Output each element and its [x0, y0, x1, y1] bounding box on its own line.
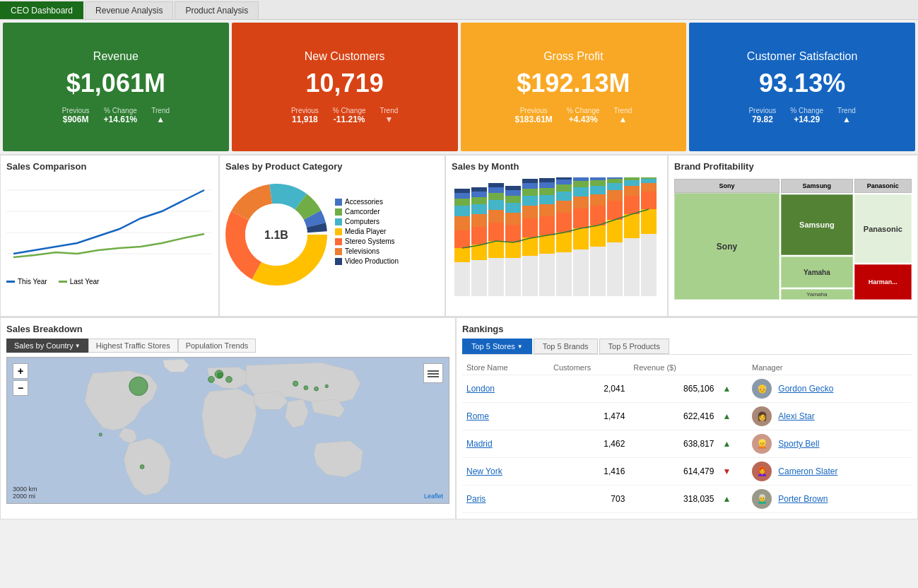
manager-avatar: 👨‍🦳: [752, 489, 772, 509]
manager-link[interactable]: Cameron Slater: [778, 466, 837, 476]
map-zoom-in-button[interactable]: +: [13, 363, 28, 379]
store-name-cell: Rome: [462, 403, 549, 430]
customers-cell: 1,462: [549, 430, 629, 458]
store-name-cell: Madrid: [462, 430, 549, 458]
kpi-row: Revenue $1,061M Previous $906M % Change …: [0, 20, 918, 154]
svg-rect-45: [522, 237, 538, 256]
kpi-gross-profit-title: Gross Profit: [543, 50, 603, 63]
svg-rect-37: [505, 242, 521, 258]
svg-rect-20: [454, 262, 470, 296]
svg-rect-100: [641, 177, 657, 179]
svg-rect-26: [471, 192, 487, 197]
legend-media-player: Media Player: [335, 228, 399, 235]
svg-rect-114: [428, 373, 439, 375]
manager-avatar: 👩‍🦰: [752, 461, 772, 481]
kpi-gross-profit-change: % Change +4.43%: [567, 107, 600, 124]
manager-link[interactable]: Alexi Star: [778, 411, 814, 421]
svg-rect-62: [556, 213, 572, 233]
svg-rect-74: [573, 177, 589, 181]
kpi-customers: New Customers 10,719 Previous 11,918 % C…: [232, 23, 458, 151]
kpi-satisfaction-previous: Previous 79.82: [748, 107, 776, 124]
manager-link[interactable]: Porter Brown: [778, 494, 828, 504]
svg-rect-25: [471, 197, 487, 204]
svg-rect-68: [556, 252, 572, 296]
svg-rect-41: [505, 196, 521, 203]
manager-avatar: 👴: [752, 379, 772, 399]
treemap-samsung-cell: Samsung: [781, 194, 853, 255]
map-scale: 3000 km 2000 mi: [13, 486, 37, 500]
svg-rect-98: [641, 183, 657, 192]
tab-top-products[interactable]: Top 5 Products: [599, 339, 669, 354]
treemap-samsung-header: Samsung: [781, 179, 853, 193]
sales-comparison-title: Sales Comparison: [6, 161, 213, 172]
brand-profitability-panel: Brand Profitability Sony Sony Samsung Sa…: [668, 155, 918, 317]
tab-population-trends[interactable]: Population Trends: [178, 339, 257, 353]
legend-televisions: Televisions: [335, 247, 399, 255]
svg-rect-81: [590, 177, 606, 180]
svg-rect-27: [471, 187, 487, 192]
rankings-tabs: Top 5 Stores ▼ Top 5 Brands Top 5 Produc…: [462, 339, 912, 355]
svg-rect-80: [590, 180, 606, 186]
store-link[interactable]: New York: [466, 466, 502, 476]
svg-rect-113: [428, 370, 439, 372]
breakdown-tabs: Sales by Country ▼ Highest Traffic Store…: [6, 339, 449, 353]
tab-product-analysis[interactable]: Product Analysis: [175, 1, 259, 19]
svg-rect-76: [590, 225, 606, 247]
manager-cell: 👩 Alexi Star: [748, 403, 912, 430]
store-link[interactable]: London: [466, 384, 495, 394]
store-link[interactable]: Paris: [466, 494, 486, 504]
svg-point-111: [140, 465, 144, 469]
tab-revenue-analysis[interactable]: Revenue Analysis: [85, 1, 173, 19]
map-zoom-out-button[interactable]: −: [13, 380, 28, 396]
kpi-gross-profit-value: $192.13M: [517, 69, 630, 98]
svg-rect-88: [607, 177, 623, 179]
manager-link[interactable]: Gordon Gecko: [778, 384, 833, 394]
world-map-svg: [7, 358, 449, 503]
treemap-yamaha-cell: Yamaha: [781, 257, 853, 288]
svg-rect-66: [556, 180, 572, 184]
kpi-revenue: Revenue $1,061M Previous $906M % Change …: [3, 23, 229, 151]
svg-rect-18: [454, 193, 470, 199]
svg-point-103: [226, 376, 233, 382]
kpi-customers-footer: Previous 11,918 % Change -11.21% Trend ▼: [291, 107, 398, 124]
kpi-gross-profit-trend: Trend ▲: [614, 107, 632, 124]
svg-rect-79: [590, 186, 606, 194]
last-year-dot: [59, 281, 67, 283]
map-layer-button[interactable]: [423, 363, 443, 383]
tab-highest-traffic[interactable]: Highest Traffic Stores: [88, 339, 178, 353]
map-attribution[interactable]: Leaflet: [424, 493, 443, 500]
donut-legend: Accessories Camcorder Computers Media Pl…: [335, 198, 399, 267]
tab-top-brands[interactable]: Top 5 Brands: [534, 339, 598, 354]
manager-link[interactable]: Sporty Bell: [778, 439, 819, 449]
donut-chart-svg: 1.1B: [225, 178, 328, 288]
svg-rect-40: [505, 203, 521, 213]
svg-rect-16: [454, 206, 470, 216]
tab-sales-by-country[interactable]: Sales by Country ▼: [6, 339, 88, 353]
svg-rect-70: [573, 208, 589, 228]
kpi-customers-value: 10,719: [306, 69, 384, 98]
tab-ceo-dashboard[interactable]: CEO Dashboard: [0, 1, 83, 19]
kpi-revenue-title: Revenue: [93, 50, 139, 63]
customers-cell: 1,474: [549, 403, 629, 430]
kpi-revenue-trend: Trend ▲: [151, 107, 170, 124]
manager-avatar: 👩: [752, 406, 772, 426]
store-name-cell: Paris: [462, 486, 549, 513]
svg-rect-60: [539, 254, 555, 296]
svg-rect-92: [624, 186, 640, 196]
layers-icon: [428, 368, 439, 379]
sales-comparison-legend: This Year Last Year: [6, 278, 213, 286]
sales-comparison-panel: Sales Comparison This Year Last Yea: [0, 155, 219, 317]
manager-cell: 👩‍🦰 Cameron Slater: [748, 458, 912, 486]
svg-rect-85: [607, 190, 623, 201]
manager-cell: 👴 Gordon Gecko: [748, 375, 912, 403]
sales-comparison-chart: [6, 176, 213, 275]
kpi-customers-trend: Trend ▼: [380, 107, 399, 124]
table-row: London 2,041 865,106 ▲ 👴 Gordon Gecko: [462, 375, 912, 403]
svg-rect-99: [641, 179, 657, 183]
revenue-cell: 318,035: [629, 486, 718, 513]
store-link[interactable]: Madrid: [466, 439, 493, 449]
tab-top-stores[interactable]: Top 5 Stores ▼: [462, 339, 532, 354]
store-link[interactable]: Rome: [466, 411, 489, 421]
kpi-gross-profit-previous: Previous $183.61M: [514, 107, 552, 124]
svg-rect-75: [573, 249, 589, 296]
